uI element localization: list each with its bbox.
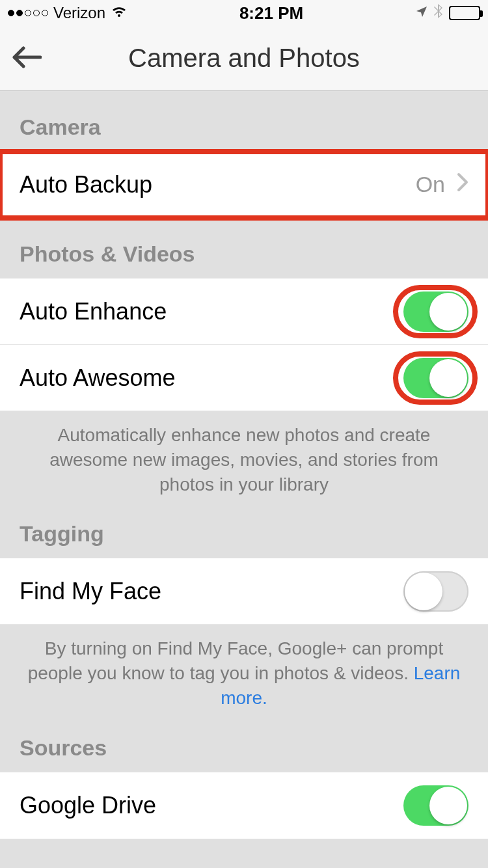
row-auto-awesome: Auto Awesome bbox=[0, 345, 488, 411]
bluetooth-icon bbox=[433, 3, 444, 23]
carrier-label: Verizon bbox=[53, 4, 105, 22]
signal-dots-icon bbox=[8, 10, 48, 16]
toggle-find-my-face[interactable] bbox=[403, 571, 468, 612]
nav-header: Camera and Photos bbox=[0, 26, 488, 91]
toggle-auto-awesome[interactable] bbox=[403, 358, 468, 398]
status-right bbox=[415, 3, 480, 23]
row-value: On bbox=[416, 172, 445, 197]
back-button[interactable] bbox=[12, 43, 42, 74]
row-google-drive: Google Drive bbox=[0, 772, 488, 839]
location-icon bbox=[415, 4, 428, 22]
status-left: Verizon bbox=[8, 4, 128, 22]
row-label: Auto Awesome bbox=[20, 364, 175, 392]
toggle-auto-enhance[interactable] bbox=[403, 292, 468, 332]
row-label: Google Drive bbox=[20, 792, 156, 819]
battery-icon bbox=[449, 6, 480, 20]
row-label: Auto Enhance bbox=[20, 298, 167, 325]
toggle-google-drive[interactable] bbox=[403, 785, 468, 826]
section-header-tagging: Tagging bbox=[0, 515, 488, 558]
status-bar: Verizon 8:21 PM bbox=[0, 0, 488, 26]
section-footer-photos-videos: Automatically enhance new photos and cre… bbox=[0, 411, 488, 515]
footer-text: By turning on Find My Face, Google+ can … bbox=[28, 638, 444, 683]
chevron-right-icon bbox=[457, 172, 468, 197]
status-time: 8:21 PM bbox=[239, 3, 303, 23]
row-label: Find My Face bbox=[20, 578, 161, 605]
section-header-sources: Sources bbox=[0, 729, 488, 772]
settings-content[interactable]: Camera Auto Backup On Photos & Videos Au… bbox=[0, 91, 488, 868]
row-label: Auto Backup bbox=[20, 171, 152, 198]
row-auto-backup[interactable]: Auto Backup On bbox=[0, 152, 488, 218]
section-footer-tagging: By turning on Find My Face, Google+ can … bbox=[0, 625, 488, 728]
row-find-my-face: Find My Face bbox=[0, 558, 488, 625]
section-header-camera: Camera bbox=[0, 91, 488, 152]
row-auto-enhance: Auto Enhance bbox=[0, 278, 488, 345]
page-title: Camera and Photos bbox=[0, 44, 488, 73]
section-header-photos-videos: Photos & Videos bbox=[0, 218, 488, 278]
wifi-icon bbox=[111, 4, 128, 22]
